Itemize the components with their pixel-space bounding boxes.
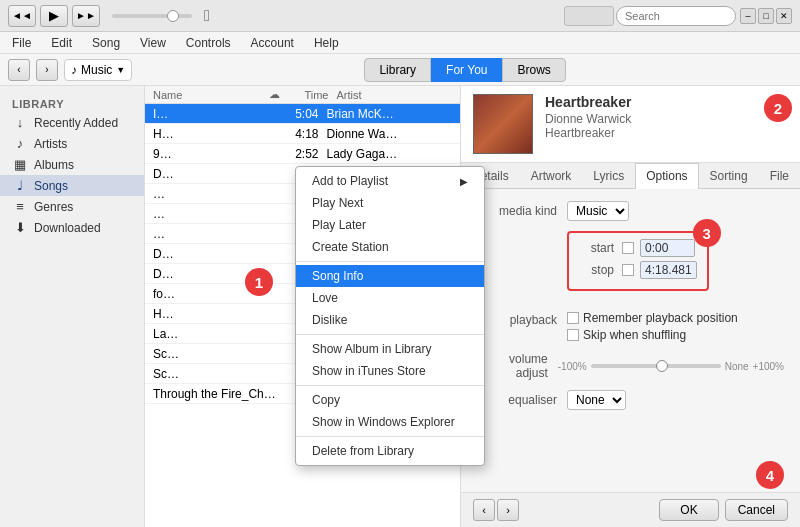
menu-file[interactable]: File: [8, 34, 35, 52]
options-panel: media kind Music start 0:00: [461, 189, 800, 492]
next-track-button[interactable]: ►►: [72, 5, 100, 27]
cancel-button[interactable]: Cancel: [725, 499, 788, 521]
title-bar-right: – □ ✕: [564, 6, 792, 26]
ctx-love[interactable]: Love: [296, 287, 484, 309]
ctx-play-later[interactable]: Play Later: [296, 214, 484, 236]
vol-max-label: +100%: [753, 361, 784, 372]
sidebar-item-albums[interactable]: ▦ Albums: [0, 154, 144, 175]
sidebar-item-downloaded[interactable]: ⬇ Downloaded: [0, 217, 144, 238]
search-input[interactable]: [616, 6, 736, 26]
skip-label: Skip when shuffling: [583, 328, 686, 342]
volume-track[interactable]: [591, 364, 721, 368]
music-dropdown[interactable]: ♪ Music ▼: [64, 59, 132, 81]
dropdown-arrow-icon: ▼: [116, 65, 125, 75]
menu-account[interactable]: Account: [247, 34, 298, 52]
start-checkbox[interactable]: [622, 242, 634, 254]
albums-icon: ▦: [12, 157, 28, 172]
badge-4: 4: [756, 461, 784, 489]
mini-display: [564, 6, 614, 26]
menu-bar: File Edit Song View Controls Account Hel…: [0, 32, 800, 54]
menu-song[interactable]: Song: [88, 34, 124, 52]
ctx-show-windows[interactable]: Show in Windows Explorer: [296, 411, 484, 433]
sidebar-item-songs[interactable]: ♩ Songs: [0, 175, 144, 196]
bottom-bar: ‹ › OK Cancel 4: [461, 492, 800, 527]
tab-artwork[interactable]: Artwork: [520, 163, 583, 188]
equalizer-select[interactable]: None: [567, 390, 626, 410]
stop-checkbox[interactable]: [622, 264, 634, 276]
vol-min-label: -100%: [558, 361, 587, 372]
library-section-title: Library: [0, 94, 144, 112]
sidebar-item-genres[interactable]: ≡ Genres: [0, 196, 144, 217]
ctx-show-itunes[interactable]: Show in iTunes Store: [296, 360, 484, 382]
ctx-play-next[interactable]: Play Next: [296, 192, 484, 214]
skip-checkbox[interactable]: [567, 329, 579, 341]
ctx-copy[interactable]: Copy: [296, 389, 484, 411]
badge-1: 1: [245, 268, 273, 296]
ctx-add-to-playlist[interactable]: Add to Playlist ▶: [296, 170, 484, 192]
sidebar-item-recently-added[interactable]: ↓ Recently Added: [0, 112, 144, 133]
playback-section: playback Remember playback position Skip…: [477, 311, 784, 342]
media-kind-control: Music: [567, 201, 629, 221]
submenu-arrow-icon: ▶: [460, 176, 468, 187]
main-layout: Library ↓ Recently Added ♪ Artists ▦ Alb…: [0, 86, 800, 527]
volume-slider[interactable]: [112, 14, 192, 18]
remember-checkbox[interactable]: [567, 312, 579, 324]
stop-value[interactable]: 4:18.481: [640, 261, 697, 279]
song-row[interactable]: 9… 2:52 Lady Gaga…: [145, 144, 460, 164]
song-album-display: Heartbreaker: [545, 126, 631, 140]
song-row[interactable]: H… 4:18 Dionne Wa…: [145, 124, 460, 144]
tab-options[interactable]: Options: [635, 163, 698, 189]
tab-sorting[interactable]: Sorting: [699, 163, 759, 188]
window-controls: – □ ✕: [740, 8, 792, 24]
start-row: start 0:00: [579, 239, 697, 257]
menu-view[interactable]: View: [136, 34, 170, 52]
start-label: start: [579, 241, 614, 255]
forward-button[interactable]: ›: [36, 59, 58, 81]
album-header: Heartbreaker Dionne Warwick Heartbreaker…: [461, 86, 800, 163]
play-button[interactable]: ▶: [40, 5, 68, 27]
badge-2: 2: [764, 94, 792, 122]
next-song-button[interactable]: ›: [497, 499, 519, 521]
ctx-delete-library[interactable]: Delete from Library: [296, 440, 484, 462]
tab-browse[interactable]: Brows: [502, 58, 565, 82]
music-note-icon: ♪: [71, 63, 77, 77]
stop-label: stop: [579, 263, 614, 277]
tab-lyrics[interactable]: Lyrics: [582, 163, 635, 188]
tab-for-you[interactable]: For You: [431, 58, 502, 82]
media-kind-select[interactable]: Music: [567, 201, 629, 221]
remember-label: Remember playback position: [583, 311, 738, 325]
tab-file[interactable]: File: [759, 163, 800, 188]
ctx-show-album[interactable]: Show Album in Library: [296, 338, 484, 360]
menu-controls[interactable]: Controls: [182, 34, 235, 52]
nav-arrows: ‹ ›: [473, 499, 519, 521]
ctx-separator-2: [296, 334, 484, 335]
title-bar-left: ◄◄ ▶ ►► : [8, 5, 210, 27]
back-button[interactable]: ‹: [8, 59, 30, 81]
ctx-song-info[interactable]: Song Info: [296, 265, 484, 287]
album-art: [473, 94, 533, 154]
skip-row: Skip when shuffling: [567, 328, 738, 342]
maximize-button[interactable]: □: [758, 8, 774, 24]
playback-label: playback: [477, 311, 557, 327]
artists-icon: ♪: [12, 136, 28, 151]
detail-tabs: Details Artwork Lyrics Options Sorting F…: [461, 163, 800, 189]
title-bar: ◄◄ ▶ ►►  – □ ✕: [0, 0, 800, 32]
prev-track-button[interactable]: ◄◄: [8, 5, 36, 27]
menu-help[interactable]: Help: [310, 34, 343, 52]
volume-section: volume adjust -100% None +100%: [477, 352, 784, 380]
ctx-dislike[interactable]: Dislike: [296, 309, 484, 331]
stop-row: stop 4:18.481: [579, 261, 697, 279]
minimize-button[interactable]: –: [740, 8, 756, 24]
close-button[interactable]: ✕: [776, 8, 792, 24]
song-row[interactable]: I… 5:04 Brian McK…: [145, 104, 460, 124]
col-name-header: Name: [153, 89, 269, 101]
prev-song-button[interactable]: ‹: [473, 499, 495, 521]
start-value[interactable]: 0:00: [640, 239, 695, 257]
genres-icon: ≡: [12, 199, 28, 214]
menu-edit[interactable]: Edit: [47, 34, 76, 52]
sidebar-item-artists[interactable]: ♪ Artists: [0, 133, 144, 154]
ctx-create-station[interactable]: Create Station: [296, 236, 484, 258]
ok-button[interactable]: OK: [659, 499, 718, 521]
tab-library[interactable]: Library: [364, 58, 431, 82]
album-art-image: [474, 95, 532, 153]
